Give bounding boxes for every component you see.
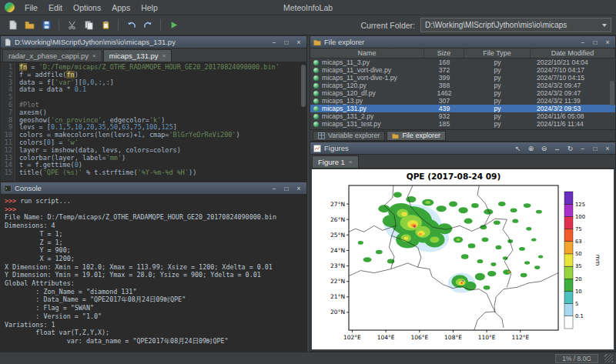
file-name: micaps_11_vort-dive-1.py xyxy=(322,74,397,82)
resize-grip-icon[interactable] xyxy=(604,354,613,362)
file-name: micaps_11_3.py xyxy=(322,58,370,66)
code-area[interactable]: fn = 'D:/Temp/micaps/Z_OTHE_RADAMQPE_HOU… xyxy=(15,62,306,181)
minimize-panel-icon[interactable]: − xyxy=(578,38,588,47)
copy-button[interactable] xyxy=(81,18,96,33)
menu-edit[interactable]: Edit xyxy=(43,2,68,14)
file-row[interactable]: micaps_120.py388py2024/3/2 09:47 xyxy=(310,82,615,89)
close-panel-icon[interactable]: × xyxy=(603,38,612,47)
figure-tab[interactable]: Figure 1 × xyxy=(312,155,359,168)
file-explorer-panel: File explorer − □ × NameSizeFile TypeDat… xyxy=(310,35,616,142)
new-file-button[interactable] xyxy=(5,18,20,33)
svg-text:112°E: 112°E xyxy=(511,334,529,341)
column-header-size[interactable]: Size xyxy=(424,48,464,58)
column-header-name[interactable]: Name xyxy=(310,48,424,58)
menu-help[interactable]: Help xyxy=(136,2,163,14)
undo-button[interactable] xyxy=(123,18,139,33)
file-row[interactable]: micaps_11_vort-dive.py372py2024/7/10 04:… xyxy=(310,66,615,74)
console-output[interactable]: >>> run script...>>> File Name: D:/Temp/… xyxy=(1,195,306,351)
menu-items: FileEditOptionsAppsHelp xyxy=(19,2,163,14)
menu-options[interactable]: Options xyxy=(68,2,106,14)
file-name: micaps_13.py xyxy=(322,97,363,105)
file-type: py xyxy=(464,74,531,82)
cut-button[interactable] xyxy=(64,18,79,33)
current-folder-combobox[interactable]: D:\Working\MIScript\Jython\mis\io\micaps xyxy=(420,18,611,32)
file-row[interactable]: micaps_131.py439py2024/3/2 09:53 xyxy=(310,105,615,112)
editor-panel-header: D:\Working\MIScript\Jython\mis\io\micaps… xyxy=(1,36,306,48)
file-row[interactable]: micaps_11_3.py168py2022/10/21 04:04 xyxy=(310,58,615,66)
minimize-panel-icon[interactable]: − xyxy=(270,38,279,47)
run-icon xyxy=(169,20,179,30)
figures-panel: Figures ↖ ⊕ ⊖ ↔ ↻ − □ × Figure 1 × QPE (… xyxy=(310,142,616,352)
scrollbar-thumb[interactable] xyxy=(301,65,306,107)
figure-canvas[interactable]: QPE (2017-08-24 09)102°E104°E106°E108°E1… xyxy=(312,169,614,349)
zoom-out-icon[interactable]: ⊖ xyxy=(539,143,549,153)
column-header-date-modified[interactable]: Date Modified xyxy=(531,48,615,58)
float-panel-icon[interactable]: □ xyxy=(282,184,291,193)
file-type: py xyxy=(464,105,531,112)
close-panel-icon[interactable]: × xyxy=(294,38,303,47)
svg-text:21°N: 21°N xyxy=(330,293,345,300)
current-folder-label: Current Folder: xyxy=(360,21,415,30)
code-editor[interactable]: 123456789101112131415 fn = 'D:/Temp/mica… xyxy=(1,62,306,181)
file-name: micaps_131.py xyxy=(322,105,367,112)
chevron-down-icon[interactable] xyxy=(602,24,607,27)
tab-variable-explorer[interactable]: Variable explorer xyxy=(313,131,385,141)
file-name: micaps_120.py xyxy=(322,82,367,89)
file-size: 372 xyxy=(424,66,464,74)
minimize-panel-icon[interactable]: − xyxy=(578,144,588,153)
file-row[interactable]: micaps_120_df.py1462py2024/3/2 09:47 xyxy=(310,89,615,97)
file-row[interactable]: micaps_131_2.py932py2024/11/6 05:08 xyxy=(310,112,615,120)
pan-icon[interactable]: ↔ xyxy=(552,143,562,153)
close-tab-icon[interactable]: × xyxy=(162,52,166,59)
file-row[interactable]: micaps_131_test.py185py2024/11/6 11:44 xyxy=(310,120,615,128)
close-panel-icon[interactable]: × xyxy=(603,144,612,153)
scrollbar-thumb[interactable] xyxy=(610,81,614,105)
redo-button[interactable] xyxy=(140,18,156,33)
open-file-button[interactable] xyxy=(22,18,37,33)
close-panel-icon[interactable]: × xyxy=(294,184,303,193)
right-column: File explorer − □ × NameSizeFile TypeDat… xyxy=(310,35,616,352)
toolbar-separator xyxy=(118,19,119,31)
float-panel-icon[interactable]: □ xyxy=(591,38,600,47)
menu-apps[interactable]: Apps xyxy=(106,2,136,14)
select-arrow-icon[interactable]: ↖ xyxy=(513,143,523,153)
python-file-icon xyxy=(313,68,319,73)
float-panel-icon[interactable]: □ xyxy=(282,38,291,47)
editor-tab-label: micaps_131.py xyxy=(109,52,159,60)
file-row[interactable]: micaps_11_vort-dive-1.py399py2024/7/10 0… xyxy=(310,74,615,82)
main-toolbar: Current Folder: D:\Working\MIScript\Jyth… xyxy=(0,15,616,35)
file-size: 307 xyxy=(424,97,464,105)
copy-icon xyxy=(84,20,94,30)
svg-text:125: 125 xyxy=(575,202,585,208)
file-row[interactable]: micaps_13.py307py2024/3/2 11:39 xyxy=(310,97,615,105)
editor-tab[interactable]: micaps_131.py× xyxy=(103,49,172,62)
close-tab-icon[interactable]: × xyxy=(349,159,353,165)
file-size: 388 xyxy=(424,82,464,89)
console-panel-header: Console − □ × xyxy=(1,182,306,195)
minimize-panel-icon[interactable]: − xyxy=(270,184,279,193)
save-file-button[interactable] xyxy=(38,18,54,33)
python-file-icon xyxy=(313,60,319,65)
editor-tab-label: radar_x_phase_cappi.py xyxy=(8,52,89,60)
column-header-file-type[interactable]: File Type xyxy=(464,48,531,58)
file-explorer-title: File explorer xyxy=(324,38,364,46)
editor-scrollbar[interactable] xyxy=(301,63,306,180)
run-script-button[interactable] xyxy=(166,18,181,33)
paste-button[interactable] xyxy=(98,18,113,33)
svg-text:63: 63 xyxy=(575,239,582,245)
svg-text:100: 100 xyxy=(575,214,585,220)
tab-file-explorer[interactable]: File explorer xyxy=(387,131,446,141)
file-date-modified: 2024/3/2 09:47 xyxy=(531,89,615,97)
memory-indicator[interactable]: 1% / 8.0G xyxy=(555,354,598,363)
refresh-icon[interactable]: ↻ xyxy=(565,143,575,153)
file-name: micaps_131_2.py xyxy=(322,112,373,120)
svg-text:75: 75 xyxy=(575,226,582,232)
editor-tab[interactable]: radar_x_phase_cappi.py× xyxy=(2,49,102,62)
file-table-scrollbar[interactable] xyxy=(610,59,614,129)
menu-file[interactable]: File xyxy=(19,2,43,14)
zoom-in-icon[interactable]: ⊕ xyxy=(526,143,536,153)
close-tab-icon[interactable]: × xyxy=(92,52,96,59)
save-icon xyxy=(42,20,52,30)
float-panel-icon[interactable]: □ xyxy=(591,144,600,153)
svg-text:22°N: 22°N xyxy=(330,278,345,285)
